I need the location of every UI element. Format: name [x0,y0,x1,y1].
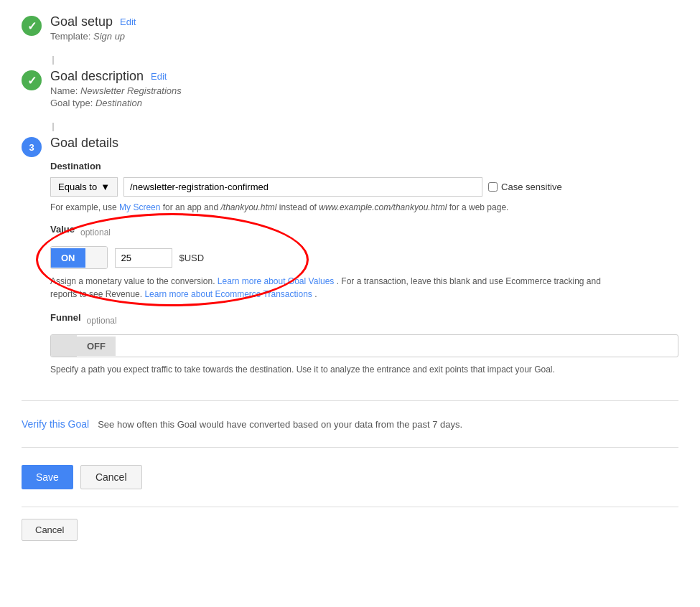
toggle-on-button[interactable]: ON [51,248,85,268]
step3-number: 3 [29,142,34,153]
checkmark-icon-2: ✓ [27,74,37,88]
step2-header: Goal description Edit [50,69,678,84]
verify-divider [22,400,678,401]
step3-section: 3 Goal details Destination Equals to ▼ C [22,136,678,387]
step3-icon: 3 [22,137,42,157]
step2-title: Goal description [50,69,144,84]
funnel-off-button[interactable]: OFF [77,337,116,356]
dropdown-arrow-icon: ▼ [101,182,110,192]
value-hint-1: Assign a monetary value to the conversio… [50,276,218,286]
step1-title: Goal setup [50,14,113,29]
step2-type-row: Goal type: Destination [50,98,678,108]
step1-content: Goal setup Edit Template: Sign up [50,14,678,43]
step2-icon: ✓ [22,70,42,90]
case-sensitive-row: Case sensitive [488,182,562,192]
destination-row: Equals to ▼ Case sensitive [50,177,678,197]
step1-icon: ✓ [22,16,42,36]
value-label: Value [50,224,75,235]
step2-name-label: Name: [50,85,78,96]
step2-section: ✓ Goal description Edit Name: Newsletter… [22,69,678,110]
step3-content: Goal details Destination Equals to ▼ Cas… [50,136,678,387]
value-amount-input[interactable] [115,248,172,268]
verify-description: See how often this Goal would have conve… [98,419,462,430]
destination-input[interactable] [123,177,482,197]
equals-to-label: Equals to [58,182,97,192]
connector-2 [52,123,54,131]
cancel-button[interactable]: Cancel [80,465,142,489]
funnel-toggle[interactable]: OFF [50,334,678,357]
step2-type-value: Destination [95,98,142,108]
step2-content: Goal description Edit Name: Newsletter R… [50,69,678,110]
destination-hint: For example, use My Screen for an app an… [50,202,678,212]
step1-header: Goal setup Edit [50,14,678,29]
funnel-label-row: Funnel optional [50,312,678,329]
value-hint: Assign a monetary value to the conversio… [50,275,625,301]
goal-values-link[interactable]: Learn more about Goal Values [218,276,335,286]
action-divider [22,447,678,448]
case-sensitive-checkbox[interactable] [488,182,498,192]
equals-to-button[interactable]: Equals to ▼ [50,177,118,197]
step2-type-label: Goal type: [50,98,93,108]
verify-section: Verify this Goal See how often this Goal… [22,413,678,436]
funnel-toggle-gray [51,335,77,357]
ecommerce-link[interactable]: Learn more about Ecommerce Transactions [144,289,312,299]
case-sensitive-label: Case sensitive [501,182,562,192]
value-section: Value optional ON $USD Assign a monetary… [50,224,678,301]
toggle-off-part [85,247,107,268]
step2-edit-link[interactable]: Edit [151,71,167,82]
step3-header: Goal details [50,136,678,151]
verify-goal-link[interactable]: Verify this Goal [22,418,89,430]
step1-section: ✓ Goal setup Edit Template: Sign up [22,14,678,43]
value-toggle[interactable]: ON [50,246,108,269]
step2-name-row: Name: Newsletter Registrations [50,85,678,96]
checkmark-icon: ✓ [27,19,37,33]
value-hint-end: . [314,289,317,299]
bottom-section: Cancel [22,507,678,541]
step1-edit-link[interactable]: Edit [120,17,136,27]
my-screen-link[interactable]: My Screen [119,202,160,212]
funnel-hint: Specify a path you expect traffic to tak… [50,363,625,376]
step1-subtitle: Template: Sign up [50,31,678,42]
step3-title: Goal details [50,136,118,151]
currency-label: $USD [179,253,205,263]
connector-1 [52,56,54,65]
value-controls: ON $USD [50,246,678,269]
funnel-optional: optional [87,316,117,326]
action-buttons: Save Cancel [22,459,678,495]
step2-name-value: Newsletter Registrations [80,85,182,96]
destination-label: Destination [50,161,678,171]
save-button[interactable]: Save [22,465,73,489]
funnel-label: Funnel [50,312,81,323]
step1-template-value: Sign up [93,31,125,42]
value-label-row: Value optional [50,224,678,240]
value-optional: optional [80,227,111,237]
cancel-bottom-button[interactable]: Cancel [22,519,78,541]
step1-template-label: Template: [50,31,90,42]
funnel-section: Funnel optional OFF Specify a path you e… [50,312,678,376]
goal-details-content: Destination Equals to ▼ Case sensitive F… [50,161,678,376]
